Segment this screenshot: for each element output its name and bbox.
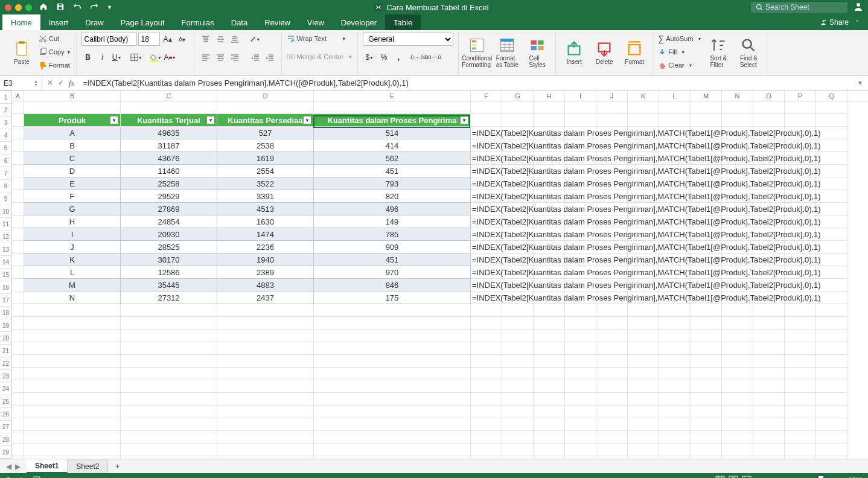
fx-icon[interactable]: fx <box>69 78 74 88</box>
cell-E2[interactable]: Kuantitas dalam Proses Pengirima▼ <box>314 114 471 127</box>
cell-D20[interactable] <box>217 342 314 355</box>
cell-A7[interactable] <box>12 177 24 190</box>
cell-P23[interactable] <box>785 380 816 393</box>
cell-B13[interactable]: K <box>24 253 121 266</box>
cell-L1[interactable] <box>659 101 691 114</box>
cell-D10[interactable]: 1630 <box>217 215 314 228</box>
page-break-view-icon[interactable] <box>742 476 752 478</box>
cell-L25[interactable] <box>659 406 691 418</box>
cell-J23[interactable] <box>596 380 628 393</box>
cell-B10[interactable]: H <box>24 215 121 228</box>
cell-B1[interactable] <box>24 101 121 114</box>
cell-N23[interactable] <box>722 380 753 393</box>
font-name-select[interactable] <box>81 33 137 46</box>
cell-I21[interactable] <box>565 355 596 368</box>
cell-P24[interactable] <box>785 393 816 406</box>
cell-G25[interactable] <box>502 406 534 418</box>
cell-L21[interactable] <box>659 355 691 368</box>
cell-P21[interactable] <box>785 355 816 368</box>
currency-button[interactable]: $▼ <box>363 51 376 64</box>
cell-L17[interactable] <box>659 304 691 317</box>
cell-styles-button[interactable]: Cell Styles <box>524 33 550 72</box>
col-header-E[interactable]: E <box>314 91 471 101</box>
cell-B29[interactable] <box>24 456 121 459</box>
cell-G24[interactable] <box>502 393 534 406</box>
cell-O20[interactable] <box>753 342 785 355</box>
cell-C29[interactable] <box>121 456 217 459</box>
cell-Q5[interactable] <box>816 152 847 165</box>
cell-G23[interactable] <box>502 380 534 393</box>
cell-K29[interactable] <box>628 456 659 459</box>
cell-C8[interactable]: 29529 <box>121 190 217 203</box>
share-button[interactable]: Share ⌃ <box>811 14 868 30</box>
cell-Q23[interactable] <box>816 380 847 393</box>
cell-L28[interactable] <box>659 444 691 456</box>
row-header-23[interactable]: 23 <box>0 370 11 383</box>
cell-B12[interactable]: J <box>24 241 121 253</box>
align-center-button[interactable] <box>214 51 227 64</box>
row-header-17[interactable]: 17 <box>0 294 11 307</box>
cell-H29[interactable] <box>534 456 565 459</box>
cell-C15[interactable]: 35445 <box>121 279 217 292</box>
cell-E23[interactable] <box>314 380 471 393</box>
cell-I19[interactable] <box>565 330 596 342</box>
cell-H21[interactable] <box>534 355 565 368</box>
cell-F22[interactable] <box>471 368 502 380</box>
cell-B19[interactable] <box>24 330 121 342</box>
cell-I29[interactable] <box>565 456 596 459</box>
cell-K18[interactable] <box>628 317 659 330</box>
cell-D27[interactable] <box>217 431 314 444</box>
cell-A16[interactable] <box>12 292 24 304</box>
row-header-19[interactable]: 19 <box>0 319 11 332</box>
col-header-P[interactable]: P <box>785 91 816 101</box>
cell-I2[interactable] <box>565 114 596 127</box>
copy-button[interactable]: Copy▼ <box>39 46 71 58</box>
cell-A27[interactable] <box>12 431 24 444</box>
cell-A28[interactable] <box>12 444 24 456</box>
cell-D21[interactable] <box>217 355 314 368</box>
cell-D24[interactable] <box>217 393 314 406</box>
col-header-H[interactable]: H <box>534 91 565 101</box>
cell-B11[interactable]: I <box>24 228 121 241</box>
cell-G28[interactable] <box>502 444 534 456</box>
row-header-29[interactable]: 29 <box>0 446 11 459</box>
number-format-select[interactable]: General <box>363 33 453 46</box>
cell-H25[interactable] <box>534 406 565 418</box>
cell-D3[interactable]: 527 <box>217 127 314 139</box>
cell-C12[interactable]: 28525 <box>121 241 217 253</box>
row-header-16[interactable]: 16 <box>0 281 11 294</box>
cell-G19[interactable] <box>502 330 534 342</box>
insert-cells-button[interactable]: Insert <box>561 33 587 72</box>
cell-H22[interactable] <box>534 368 565 380</box>
cell-L19[interactable] <box>659 330 691 342</box>
cell-Q13[interactable] <box>816 253 847 266</box>
row-header-15[interactable]: 15 <box>0 269 11 281</box>
autosum-button[interactable]: ∑AutoSum▼ <box>658 33 701 45</box>
row-header-21[interactable]: 21 <box>0 345 11 357</box>
cell-L23[interactable] <box>659 380 691 393</box>
cell-E27[interactable] <box>314 431 471 444</box>
cell-B21[interactable] <box>24 355 121 368</box>
expand-formula-bar-icon[interactable]: ▼ <box>852 80 868 86</box>
cell-J26[interactable] <box>596 418 628 431</box>
row-header-25[interactable]: 25 <box>0 395 11 408</box>
cell-C22[interactable] <box>121 368 217 380</box>
col-header-A[interactable]: A <box>12 91 24 101</box>
cell-O24[interactable] <box>753 393 785 406</box>
cell-Q15[interactable] <box>816 279 847 292</box>
cell-D16[interactable]: 2437 <box>217 292 314 304</box>
cell-O2[interactable] <box>753 114 785 127</box>
cell-Q16[interactable] <box>816 292 847 304</box>
cell-D25[interactable] <box>217 406 314 418</box>
home-icon[interactable] <box>39 2 48 13</box>
enter-formula-icon[interactable]: ✓ <box>58 78 64 88</box>
cell-H1[interactable] <box>534 101 565 114</box>
cell-E15[interactable]: 846 <box>314 279 471 292</box>
cancel-formula-icon[interactable]: ✕ <box>47 78 53 88</box>
col-header-L[interactable]: L <box>659 91 691 101</box>
cell-D22[interactable] <box>217 368 314 380</box>
cell-K26[interactable] <box>628 418 659 431</box>
increase-indent-button[interactable] <box>263 51 276 64</box>
cell-G21[interactable] <box>502 355 534 368</box>
cell-O22[interactable] <box>753 368 785 380</box>
